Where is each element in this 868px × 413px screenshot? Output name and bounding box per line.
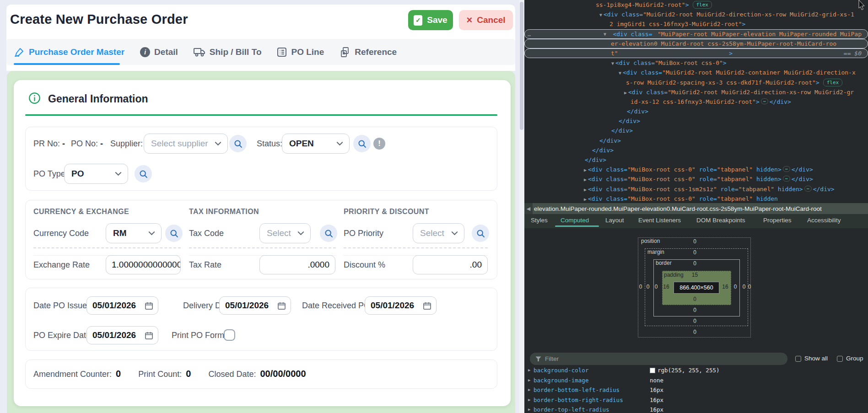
dom-tree-node[interactable]: s-row MuiGrid2-spacing-xs-3 css-dkd71f-M…	[524, 78, 868, 87]
expand-arrow-icon[interactable]: ▶	[584, 167, 587, 172]
code-text: 2 imgGird1 css-16fnxy3-MuiGrid2-root"	[609, 21, 742, 27]
computed-property-row: ▶border-bottom-right-radius16px	[524, 395, 868, 405]
tab-po-line[interactable]: PO Line	[277, 47, 324, 57]
section-heading: General Information	[48, 93, 148, 105]
breadcrumb[interactable]: elevation.MuiPaper-rounded.MuiPaper-elev…	[533, 205, 822, 212]
status-select[interactable]: OPEN	[282, 134, 350, 154]
tab-detail[interactable]: iDetail	[140, 47, 178, 57]
dom-tree-node[interactable]: er-elevation0 MuiCard-root css-2s58ym-Mu…	[524, 39, 868, 48]
code-text: </div>	[599, 137, 621, 144]
po-priority-search-button[interactable]	[472, 225, 489, 242]
code-text: <div class=	[588, 166, 627, 173]
property-name[interactable]: border-top-left-radius	[534, 405, 609, 413]
supplier-select[interactable]: Select supplier	[144, 134, 228, 154]
expand-arrow-icon[interactable]: ▶	[528, 375, 530, 386]
dom-tree-node[interactable]: </div>	[524, 107, 868, 116]
dom-tree-node[interactable]: …▼<div class="MuiPaper-root MuiPaper-ele…	[524, 29, 868, 39]
dom-tree-node[interactable]: ▶<div class="MuiBox-root css-0" role="ta…	[524, 174, 868, 184]
chevron-down-icon	[115, 172, 122, 176]
po-expire-date-input[interactable]: 05/01/2026	[86, 326, 158, 344]
expand-ellipsis-icon[interactable]: ⋯	[761, 98, 768, 104]
supplier-search-button[interactable]	[229, 135, 247, 152]
devtools-tab-accessibility[interactable]: Accessibility	[807, 214, 841, 227]
expand-arrow-icon[interactable]: ▼	[599, 12, 602, 17]
status-search-button[interactable]	[353, 135, 371, 152]
flex-badge[interactable]: flex	[823, 79, 843, 86]
dom-tree-node[interactable]: </div>	[524, 116, 868, 126]
exchange-rate-input[interactable]: 1.0000000000000	[106, 255, 181, 274]
tax-code-select[interactable]: Select	[259, 223, 311, 243]
expand-ellipsis-icon[interactable]: ⋯	[783, 166, 790, 172]
expand-ellipsis-icon[interactable]: ⋯	[804, 186, 812, 192]
expand-arrow-icon[interactable]: ▶	[528, 365, 530, 375]
devtools-tab-styles[interactable]: Styles	[531, 214, 548, 227]
dom-tree-node[interactable]: id-xs-12 css-16fnxy3-MuiGrid2-root">⋯</d…	[524, 97, 868, 107]
tab-ship-bill-to[interactable]: Ship / Bill To	[194, 47, 262, 57]
dom-tree-node[interactable]: ▼<div class="MuiGrid2-root MuiGrid2-dire…	[524, 10, 868, 19]
expand-arrow-icon[interactable]: ▼	[619, 70, 621, 75]
node-options-icon[interactable]: …	[528, 30, 531, 39]
dom-tree-node[interactable]: ss-1pi8xg4-MuiGrid2-root">flex	[524, 0, 868, 10]
dom-tree-node[interactable]: t"> == $0	[524, 48, 868, 58]
box-model-diagram[interactable]: 866.400×560 position margin border paddi…	[638, 237, 752, 338]
page-scrollbar-thumb[interactable]	[520, 2, 523, 130]
dom-tree-node[interactable]: ▼<div class="MuiBox-root css-0">	[524, 58, 868, 68]
computed-filter-input[interactable]: Filter	[530, 353, 787, 365]
dom-tree-node[interactable]: </div>	[524, 145, 868, 155]
expand-arrow-icon[interactable]: ▼	[611, 61, 614, 66]
devtools-tab-properties[interactable]: Properties	[763, 214, 792, 227]
save-button[interactable]: ✓ Save	[408, 10, 453, 30]
breadcrumb-back-icon[interactable]: ◀	[524, 203, 533, 214]
dom-tree-node[interactable]: </div>	[524, 155, 868, 165]
expand-arrow-icon[interactable]: ▶	[584, 197, 587, 202]
expand-arrow-icon[interactable]: ▶	[624, 90, 627, 95]
discount-input[interactable]: .00	[413, 255, 488, 274]
po-type-select[interactable]: PO	[64, 164, 128, 184]
expand-arrow-icon[interactable]: ▶	[584, 187, 587, 192]
expand-ellipsis-icon[interactable]: ⋯	[783, 176, 790, 182]
print-po-form-checkbox[interactable]	[224, 329, 235, 341]
property-name[interactable]: background-color	[534, 365, 588, 375]
dom-tree-node[interactable]: ▶<div class="MuiGrid2-root MuiGrid2-dire…	[524, 87, 868, 97]
flex-badge[interactable]: flex	[693, 1, 712, 9]
show-all-checkbox[interactable]	[795, 356, 801, 362]
property-name[interactable]: background-image	[534, 375, 588, 386]
devtools-tab-layout[interactable]: Layout	[605, 214, 624, 227]
dom-tree-node[interactable]: ▶<div class="MuiBox-root css-1sm2s1z" ro…	[524, 184, 868, 194]
po-type-search-button[interactable]	[135, 165, 152, 182]
group-checkbox[interactable]	[837, 356, 843, 362]
dom-tree-node[interactable]: ▶<div class="MuiBox-root css-0" role="ta…	[524, 194, 868, 204]
dom-tree-node[interactable]: ▶<div class="MuiBox-root css-0" role="ta…	[524, 165, 868, 174]
expand-arrow-icon[interactable]: ▶	[528, 405, 530, 413]
expand-arrow-icon[interactable]: ▶	[528, 395, 530, 405]
po-priority-select[interactable]: Select	[413, 223, 464, 243]
currency-search-button[interactable]	[165, 225, 183, 242]
delivery-date-input[interactable]: 05/01/2026	[219, 296, 291, 315]
property-name[interactable]: border-bottom-left-radius	[534, 385, 620, 395]
cancel-button[interactable]: × Cancel	[459, 10, 513, 30]
date-po-issued-input[interactable]: 05/01/2026	[86, 296, 158, 315]
elements-tree[interactable]: ss-1pi8xg4-MuiGrid2-root">flex▼<div clas…	[524, 0, 868, 204]
dom-tree-node[interactable]: </div>	[524, 136, 868, 145]
dom-tree-node[interactable]: </div>	[524, 126, 868, 135]
code-text: "MuiPaper-root MuiPaper-elevation MuiPap…	[658, 29, 862, 39]
devtools-tab-event-listeners[interactable]: Event Listeners	[638, 214, 681, 227]
padding-top: 15	[638, 272, 752, 278]
expand-arrow-icon[interactable]: ▶	[584, 177, 587, 182]
expand-arrow-icon[interactable]: ▶	[528, 385, 530, 395]
list-icon	[277, 47, 287, 57]
currency-code-select[interactable]: RM	[106, 223, 162, 243]
devtools-tab-computed[interactable]: Computed	[561, 214, 589, 227]
tax-code-search-button[interactable]	[320, 225, 337, 242]
tab-purchase-order-master[interactable]: Purchase Order Master	[14, 47, 124, 58]
tab-reference[interactable]: Reference	[340, 47, 397, 58]
devtools-tab-dom-breakpoints[interactable]: DOM Breakpoints	[696, 214, 745, 227]
dom-tree-node[interactable]: ▼<div class="MuiGrid2-root MuiGrid2-cont…	[524, 68, 868, 77]
property-name[interactable]: border-bottom-right-radius	[534, 395, 623, 405]
dom-tree-node[interactable]: 2 imgGird1 css-16fnxy3-MuiGrid2-root">	[524, 19, 868, 29]
pages-icon	[340, 47, 350, 58]
expand-arrow-icon[interactable]: ▼	[604, 29, 606, 39]
date-received-po-input[interactable]: 05/01/2026	[365, 296, 437, 315]
tax-rate-input[interactable]: .0000	[259, 255, 335, 274]
color-swatch[interactable]	[650, 368, 655, 373]
